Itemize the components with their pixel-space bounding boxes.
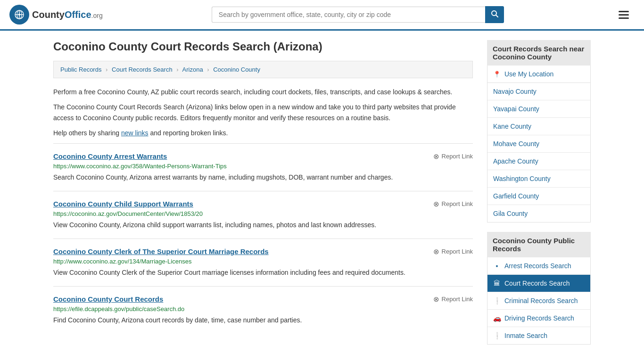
- pr-icon: ❕: [493, 332, 501, 339]
- search-bar-container: [212, 6, 504, 23]
- county-item[interactable]: Navajo County: [487, 83, 590, 100]
- new-links-link[interactable]: new links: [121, 129, 149, 137]
- header: CountyOffice.org: [0, 0, 644, 31]
- report-icon: ⊗: [433, 295, 439, 304]
- public-records-list: ▪ Arrest Records Search 🏛 Court Records …: [487, 257, 591, 345]
- pr-icon: 🏛: [493, 280, 501, 287]
- county-link[interactable]: Washington County: [487, 170, 590, 187]
- breadcrumb: Public Records › Court Records Search › …: [53, 61, 473, 78]
- public-records-item[interactable]: 🚗 Driving Records Search: [487, 310, 590, 327]
- record-title[interactable]: Coconino County Court Records: [53, 295, 163, 303]
- use-my-location-item[interactable]: 📍 Use My Location: [487, 66, 590, 82]
- logo-area: CountyOffice.org: [9, 5, 103, 25]
- pr-label: Criminal Records Search: [504, 297, 578, 304]
- sidebar: Court Records Search near Coconino Count…: [487, 40, 591, 354]
- breadcrumb-coconino[interactable]: Coconino County: [213, 66, 260, 73]
- record-url: https://efile.dcappeals.gov/public/caseS…: [53, 305, 473, 313]
- public-records-item[interactable]: 🏛 Court Records Search: [487, 275, 590, 292]
- record-title[interactable]: Coconino County Clerk of The Superior Co…: [53, 247, 269, 255]
- nearby-heading: Court Records Search near Coconino Count…: [487, 40, 591, 66]
- record-entry: Coconino County Clerk of The Superior Co…: [53, 239, 473, 286]
- use-my-location-link[interactable]: 📍 Use My Location: [487, 66, 590, 82]
- pr-icon: 🚗: [493, 314, 501, 322]
- search-input[interactable]: [212, 7, 485, 23]
- public-records-section: Coconino County Public Records ▪ Arrest …: [487, 232, 591, 345]
- public-records-item[interactable]: ▪ Arrest Records Search: [487, 257, 590, 275]
- record-desc: Search Coconino County, Arizona arrest w…: [53, 173, 473, 182]
- breadcrumb-court-records[interactable]: Court Records Search: [112, 66, 173, 73]
- records-container: Coconino County Arrest Warrants ⊗ Report…: [53, 143, 473, 334]
- pr-label: Arrest Records Search: [504, 262, 571, 270]
- county-item[interactable]: Washington County: [487, 170, 590, 188]
- report-icon: ⊗: [433, 152, 439, 161]
- public-records-item[interactable]: ❕ Criminal Records Search: [487, 292, 590, 310]
- menu-button[interactable]: [613, 7, 635, 23]
- public-records-link[interactable]: ▪ Arrest Records Search: [487, 257, 590, 274]
- report-label: Report Link: [442, 200, 473, 207]
- report-label: Report Link: [442, 296, 473, 303]
- public-records-link[interactable]: ❕ Criminal Records Search: [487, 292, 590, 309]
- record-entry: Coconino County Child Support Warrants ⊗…: [53, 191, 473, 239]
- county-item[interactable]: Apache County: [487, 153, 590, 170]
- svg-point-5: [18, 14, 20, 16]
- nearby-counties-list: 📍 Use My Location: [487, 66, 591, 83]
- record-url: https://coconino.az.gov/DocumentCenter/V…: [53, 210, 473, 217]
- report-link[interactable]: ⊗ Report Link: [433, 200, 473, 208]
- report-link[interactable]: ⊗ Report Link: [433, 247, 473, 256]
- breadcrumb-sep-3: ›: [207, 66, 209, 73]
- pr-label: Inmate Search: [504, 332, 547, 339]
- breadcrumb-public-records[interactable]: Public Records: [60, 66, 101, 73]
- record-entry: Coconino County Arrest Warrants ⊗ Report…: [53, 143, 473, 191]
- svg-line-7: [496, 15, 498, 17]
- county-item[interactable]: Yavapai County: [487, 100, 590, 118]
- breadcrumb-arizona[interactable]: Arizona: [182, 66, 203, 73]
- breadcrumb-sep-2: ›: [176, 66, 178, 73]
- record-desc: View Coconino County Clerk of the Superi…: [53, 268, 473, 278]
- pr-icon: ❕: [493, 297, 501, 304]
- county-link[interactable]: Gila County: [487, 205, 590, 222]
- report-icon: ⊗: [433, 200, 439, 208]
- county-link[interactable]: Garfield County: [487, 188, 590, 205]
- page-title: Coconino County Court Records Search (Ar…: [53, 40, 473, 53]
- nearby-section: Court Records Search near Coconino Count…: [487, 40, 591, 222]
- main-container: Coconino County Court Records Search (Ar…: [39, 31, 605, 362]
- report-link[interactable]: ⊗ Report Link: [433, 152, 473, 161]
- public-records-link[interactable]: 🏛 Court Records Search: [487, 275, 590, 292]
- pr-icon: ▪: [493, 262, 501, 270]
- breadcrumb-sep-1: ›: [106, 66, 107, 73]
- record-header: Coconino County Child Support Warrants ⊗…: [53, 200, 473, 208]
- county-item[interactable]: Kane County: [487, 118, 590, 135]
- county-link[interactable]: Apache County: [487, 153, 590, 170]
- county-link[interactable]: Navajo County: [487, 83, 590, 100]
- public-records-link[interactable]: ❕ Inmate Search: [487, 327, 590, 344]
- description-para2: The Coconino County Court Records Search…: [53, 102, 473, 123]
- description-para1: Perform a free Coconino County, AZ publi…: [53, 87, 473, 97]
- county-link[interactable]: Yavapai County: [487, 100, 590, 117]
- record-title[interactable]: Coconino County Arrest Warrants: [53, 152, 167, 160]
- logo-text: CountyOffice.org: [32, 9, 103, 20]
- record-header: Coconino County Clerk of The Superior Co…: [53, 247, 473, 256]
- county-link[interactable]: Mohave County: [487, 135, 590, 152]
- public-records-item[interactable]: ❕ Inmate Search: [487, 327, 590, 344]
- record-title[interactable]: Coconino County Child Support Warrants: [53, 200, 193, 208]
- report-link[interactable]: ⊗ Report Link: [433, 295, 473, 304]
- report-label: Report Link: [442, 153, 473, 160]
- county-item[interactable]: Gila County: [487, 205, 590, 222]
- county-links-list: Navajo CountyYavapai CountyKane CountyMo…: [487, 83, 591, 222]
- hamburger-icon: [617, 9, 631, 21]
- record-url: http://www.coconino.az.gov/134/Marriage-…: [53, 258, 473, 265]
- county-item[interactable]: Garfield County: [487, 188, 590, 205]
- public-records-heading: Coconino County Public Records: [487, 232, 591, 257]
- county-item[interactable]: Mohave County: [487, 135, 590, 153]
- record-header: Coconino County Court Records ⊗ Report L…: [53, 295, 473, 304]
- record-entry: Coconino County Court Records ⊗ Report L…: [53, 286, 473, 334]
- record-desc: View Coconino County, Arizona child supp…: [53, 220, 473, 230]
- logo-icon: [9, 5, 29, 25]
- county-link[interactable]: Kane County: [487, 118, 590, 135]
- search-button[interactable]: [485, 6, 504, 23]
- report-icon: ⊗: [433, 247, 439, 256]
- pr-label: Driving Records Search: [504, 314, 574, 322]
- pr-label: Court Records Search: [504, 280, 570, 287]
- record-header: Coconino County Arrest Warrants ⊗ Report…: [53, 152, 473, 161]
- public-records-link[interactable]: 🚗 Driving Records Search: [487, 310, 590, 327]
